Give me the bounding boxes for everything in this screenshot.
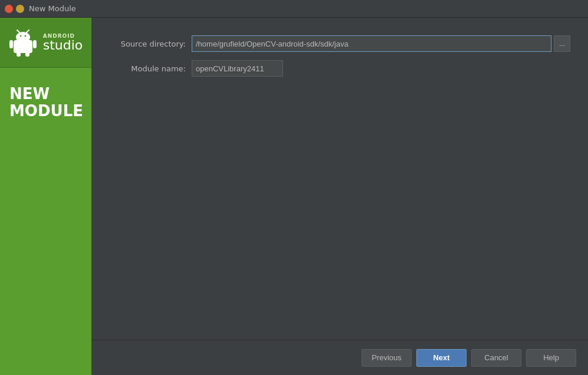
source-directory-row: Source directory: ... [109, 35, 570, 52]
source-directory-input-wrap: ... [192, 35, 570, 52]
right-panel: Source directory: ... Module name: Previ… [91, 18, 588, 375]
browse-button[interactable]: ... [554, 35, 570, 52]
new-module-line1: NEW [9, 85, 82, 103]
module-name-row: Module name: [109, 60, 570, 77]
form-area: Source directory: ... Module name: [109, 35, 570, 340]
svg-line-5 [27, 30, 29, 32]
svg-point-2 [19, 35, 21, 37]
svg-rect-7 [33, 40, 37, 48]
svg-rect-6 [9, 40, 13, 48]
next-button[interactable]: Next [416, 349, 467, 367]
window-title: New Module [29, 4, 76, 13]
svg-point-1 [16, 32, 30, 42]
minimize-button[interactable] [16, 5, 24, 13]
new-module-text: NEW MODULE [0, 68, 91, 137]
help-button[interactable]: Help [526, 349, 576, 367]
source-directory-label: Source directory: [109, 40, 186, 48]
previous-button[interactable]: Previous [362, 349, 412, 367]
title-bar: New Module [0, 0, 588, 18]
close-button[interactable] [5, 5, 13, 13]
svg-line-4 [17, 30, 19, 32]
dialog: ANDROID studio NEW MODULE Source directo… [0, 18, 588, 375]
module-name-input[interactable] [192, 60, 283, 77]
left-panel: ANDROID studio NEW MODULE [0, 18, 91, 375]
studio-label: studio [43, 39, 83, 52]
svg-point-3 [24, 35, 26, 37]
svg-rect-8 [17, 52, 21, 57]
logo-area: ANDROID studio [0, 18, 91, 68]
cancel-button[interactable]: Cancel [471, 349, 521, 367]
studio-text: ANDROID studio [43, 33, 83, 52]
module-name-label: Module name: [109, 64, 186, 73]
svg-rect-9 [25, 52, 29, 57]
new-module-line2: MODULE [9, 103, 82, 120]
source-directory-input[interactable] [192, 35, 551, 52]
android-icon [9, 28, 37, 57]
bottom-bar: Previous Next Cancel Help [91, 340, 588, 375]
window-controls[interactable] [5, 5, 24, 13]
